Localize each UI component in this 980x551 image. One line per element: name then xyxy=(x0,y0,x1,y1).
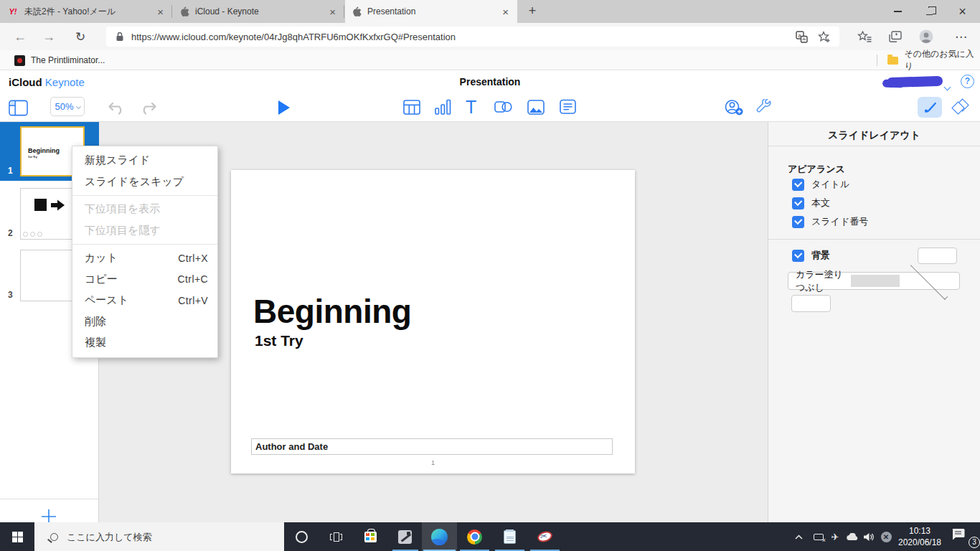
url-text: https://www.icloud.com/keynote/04rJg8qhA… xyxy=(131,32,796,42)
action-center-button[interactable]: 3 xyxy=(951,528,980,547)
menu-item-copy[interactable]: コピー Ctrl+C xyxy=(72,269,217,291)
redacted-username[interactable] xyxy=(887,76,943,88)
redo-button[interactable] xyxy=(138,101,157,116)
window-close-button[interactable]: × xyxy=(945,0,980,23)
add-favorite-star-icon[interactable] xyxy=(818,31,831,43)
build-dots-indicator xyxy=(23,232,42,237)
search-icon xyxy=(50,533,58,541)
taskbar-clock[interactable]: 10:13 2020/06/18 xyxy=(892,525,948,548)
browser-tab-strip: Y! 未読2件 - Yahoo!メール × iCloud - Keynote ×… xyxy=(0,0,980,23)
checkbox-checked[interactable] xyxy=(792,197,804,209)
undo-button[interactable] xyxy=(108,101,126,116)
translate-icon[interactable]: a xyxy=(796,31,808,43)
menu-item-paste[interactable]: ペースト Ctrl+V xyxy=(72,290,217,311)
other-favorites-folder[interactable]: その他のお気に入り xyxy=(887,50,980,70)
microsoft-store-button[interactable] xyxy=(353,522,387,551)
tray-expand-chevron-icon[interactable] xyxy=(789,522,808,551)
table-tool-icon[interactable] xyxy=(403,99,420,116)
help-icon[interactable]: ? xyxy=(961,75,974,88)
checkbox-checked[interactable] xyxy=(792,250,804,262)
format-brush-button[interactable] xyxy=(918,97,942,118)
dropdown-divider xyxy=(851,275,899,287)
menu-item-skip-slide[interactable]: スライドをスキップ xyxy=(72,171,217,193)
media-tool-icon[interactable] xyxy=(527,99,545,116)
slide-context-menu: 新規スライド スライドをスキップ 下位項目を表示 下位項目を隠す カット Ctr… xyxy=(72,146,218,358)
navigator-view-icon[interactable] xyxy=(9,100,28,116)
tab-close-icon[interactable]: × xyxy=(326,6,339,17)
snipping-tool-button[interactable] xyxy=(527,522,562,551)
tab-icloud-keynote[interactable]: iCloud - Keynote × xyxy=(173,0,344,23)
bookmark-printliminator[interactable]: The Printliminator... xyxy=(14,50,105,70)
account-chevron-icon[interactable] xyxy=(945,80,950,93)
tab-close-icon[interactable]: × xyxy=(154,6,166,17)
favorites-hub-icon[interactable] xyxy=(852,23,877,50)
fill-type-dropdown[interactable]: カラー塗りつぶし xyxy=(788,272,960,290)
text-tool-icon[interactable]: T xyxy=(466,98,476,116)
checkbox-checked[interactable] xyxy=(792,179,804,191)
tools-wrench-icon[interactable] xyxy=(755,99,773,116)
collaborate-icon[interactable] xyxy=(725,99,744,116)
chrome-button[interactable] xyxy=(457,522,492,551)
keynote-header: iCloud Keynote Presentation ? xyxy=(0,70,980,95)
tab-separator xyxy=(171,5,172,18)
slide-layout-panel: スライドレイアウト アピアランス タイトル 本文 スライド番号 背景 カラー塗り… xyxy=(768,122,980,522)
menu-item-cut[interactable]: カット Ctrl+X xyxy=(72,248,217,269)
onedrive-cloud-icon[interactable] xyxy=(844,522,861,551)
address-bar[interactable]: https://www.icloud.com/keynote/04rJg8qhA… xyxy=(106,27,839,47)
search-input[interactable] xyxy=(67,532,268,542)
browser-menu-icon[interactable]: ⋯ xyxy=(948,23,974,50)
slide-title-text[interactable]: Beginning xyxy=(253,292,411,331)
paintbrush-icon xyxy=(923,100,937,114)
tab-close-icon[interactable]: × xyxy=(499,6,512,17)
start-button[interactable] xyxy=(0,522,34,551)
power-plug-icon[interactable] xyxy=(811,522,826,551)
shape-tool-icon[interactable] xyxy=(494,99,512,116)
profile-avatar[interactable] xyxy=(914,23,938,50)
chart-tool-icon[interactable] xyxy=(435,99,451,116)
ink-app-button[interactable] xyxy=(387,522,422,551)
chevron-down-icon xyxy=(75,104,80,109)
menu-item-duplicate[interactable]: 複製 xyxy=(72,332,217,354)
browser-navbar: ← → ↻ https://www.icloud.com/keynote/04r… xyxy=(0,23,980,50)
airplane-mode-icon[interactable]: ✈ xyxy=(827,522,843,551)
tab-presentation-active[interactable]: Presentation × xyxy=(345,0,517,23)
menu-separator xyxy=(72,244,217,245)
option-label: スライド番号 xyxy=(811,215,868,228)
bookmarks-bar: The Printliminator... その他のお気に入り xyxy=(0,50,980,70)
background-color-well[interactable] xyxy=(918,248,957,264)
window-minimize-button[interactable] xyxy=(882,0,913,23)
brand-keynote: Keynote xyxy=(45,76,85,88)
collections-icon[interactable] xyxy=(882,23,907,50)
play-button[interactable] xyxy=(278,100,290,115)
slide-footer-textbox[interactable]: Author and Date xyxy=(251,438,613,455)
refresh-button[interactable]: ↻ xyxy=(69,23,92,50)
icloud-keynote-brand[interactable]: iCloud Keynote xyxy=(9,76,85,88)
window-restore-button[interactable] xyxy=(913,0,945,23)
menu-item-new-slide[interactable]: 新規スライド xyxy=(72,150,217,171)
bookmarks-divider xyxy=(877,55,877,66)
apple-favicon xyxy=(352,6,362,17)
back-button[interactable]: ← xyxy=(9,23,32,50)
snipping-tool-icon xyxy=(536,529,553,544)
edge-browser-button[interactable] xyxy=(422,522,457,551)
brand-icloud: iCloud xyxy=(9,76,42,88)
close-icon: × xyxy=(958,5,966,18)
slide-subtitle-text[interactable]: 1st Try xyxy=(255,332,303,349)
speaker-icon[interactable] xyxy=(861,522,877,551)
forward-button[interactable]: → xyxy=(37,23,60,50)
store-icon xyxy=(364,532,377,542)
taskbar-search-box[interactable] xyxy=(34,522,284,551)
zoom-dropdown[interactable]: 50% xyxy=(50,97,85,116)
tab-yahoo-mail[interactable]: Y! 未読2件 - Yahoo!メール × xyxy=(0,0,172,23)
new-tab-button[interactable]: + xyxy=(524,4,540,19)
tab-title: 未読2件 - Yahoo!メール xyxy=(24,6,154,18)
task-view-button[interactable] xyxy=(319,522,353,551)
cortana-button[interactable] xyxy=(284,522,319,551)
fill-color-well[interactable] xyxy=(791,295,831,312)
menu-item-delete[interactable]: 削除 xyxy=(72,311,217,333)
slide-1-canvas[interactable]: Beginning 1st Try Author and Date 1 xyxy=(231,170,635,474)
checkbox-checked[interactable] xyxy=(792,216,804,228)
comment-tool-icon[interactable] xyxy=(560,99,576,115)
transitions-icon[interactable] xyxy=(951,100,973,116)
notepad-button[interactable] xyxy=(492,522,527,551)
